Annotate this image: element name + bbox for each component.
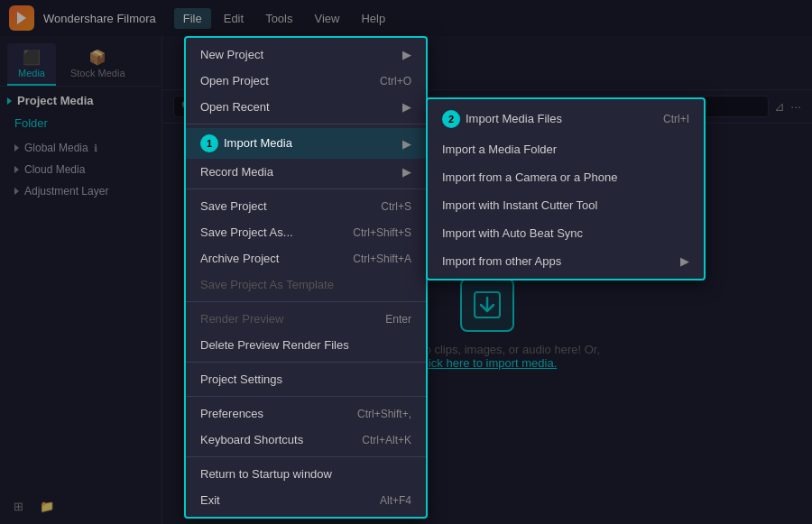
menu-delete-preview[interactable]: Delete Preview Render Files (186, 332, 426, 358)
tab-media[interactable]: ⬛ Media (7, 43, 56, 86)
import-media-files-shortcut: Ctrl+I (663, 113, 689, 125)
import-media-files[interactable]: 2Import Media Files Ctrl+I (428, 103, 704, 135)
project-settings-label: Project Settings (200, 372, 282, 386)
sep2 (186, 188, 426, 189)
sidebar-tabs: ⬛ Media 📦 Stock Media (0, 36, 161, 87)
import-cutter-label: Import with Instant Cutter Tool (442, 198, 597, 212)
keyboard-shortcuts-label: Keyboard Shortcuts (200, 433, 303, 446)
open-recent-arrow: ▶ (402, 100, 411, 114)
preferences-shortcut: Ctrl+Shift+, (357, 408, 411, 420)
open-project-label: Open Project (200, 74, 269, 87)
import-media-label: 1Import Media (200, 134, 292, 152)
info-icon: ℹ (94, 142, 97, 154)
menu-save-as-template: Save Project As Template (186, 271, 426, 298)
collapse-triangle (7, 97, 12, 105)
menu-record-media[interactable]: Record Media ▶ (186, 159, 426, 185)
menu-save-project[interactable]: Save Project Ctrl+S (186, 193, 426, 219)
preferences-label: Preferences (200, 407, 263, 420)
tree-item-cloud-media[interactable]: Cloud Media (7, 159, 154, 180)
menu-keyboard-shortcuts[interactable]: Keyboard Shortcuts Ctrl+Alt+K (186, 427, 426, 453)
sidebar-bottom: ⊞ 📁 (0, 488, 161, 524)
import-icon-box (460, 278, 514, 332)
menu-import-media[interactable]: 1Import Media ▶ (186, 128, 426, 159)
menu-project-settings[interactable]: Project Settings (186, 366, 426, 392)
record-media-label: Record Media (200, 165, 273, 179)
import-beat-sync[interactable]: Import with Auto Beat Sync (428, 219, 704, 247)
project-media-title: Project Media (17, 94, 94, 107)
menu-preferences[interactable]: Preferences Ctrl+Shift+, (186, 400, 426, 427)
record-media-arrow: ▶ (402, 165, 411, 179)
app-logo (9, 5, 34, 31)
save-project-shortcut: Ctrl+S (381, 200, 411, 213)
menu-return-startup[interactable]: Return to Startup window (186, 461, 426, 487)
tab-stock-media[interactable]: 📦 Stock Media (60, 43, 136, 86)
import-media-files-label: 2Import Media Files (442, 110, 562, 128)
menu-view[interactable]: View (305, 8, 348, 29)
media-icon: ⬛ (23, 49, 41, 66)
menu-new-project[interactable]: New Project ▶ (186, 41, 426, 68)
import-other-apps-label: Import from other Apps (442, 254, 561, 268)
menu-file[interactable]: File (174, 8, 211, 29)
new-folder-btn[interactable]: ⊞ (7, 495, 29, 517)
import-beat-sync-label: Import with Auto Beat Sync (442, 226, 583, 240)
more-options-icon[interactable]: ··· (790, 99, 801, 114)
tree-arrow-icon2 (14, 166, 19, 173)
save-as-template-label: Save Project As Template (200, 278, 334, 291)
render-preview-shortcut: Enter (385, 313, 411, 326)
menu-exit[interactable]: Exit Alt+F4 (186, 487, 426, 513)
archive-project-shortcut: Ctrl+Shift+A (353, 253, 411, 265)
step-badge-1: 1 (200, 134, 218, 152)
import-media-folder[interactable]: Import a Media Folder (428, 135, 704, 163)
project-media-header: Project Media (7, 94, 154, 107)
tree-item-adjustment[interactable]: Adjustment Layer (7, 180, 154, 202)
delete-preview-label: Delete Preview Render Files (200, 338, 349, 352)
sep3 (186, 301, 426, 302)
import-camera-phone[interactable]: Import from a Camera or a Phone (428, 163, 704, 191)
open-project-shortcut: Ctrl+O (380, 75, 411, 87)
import-link[interactable]: Click here to import media. (418, 356, 558, 370)
tab-stock-label: Stock Media (70, 68, 125, 78)
import-other-apps[interactable]: Import from other Apps ▶ (428, 247, 704, 275)
stock-media-icon: 📦 (88, 49, 106, 66)
exit-shortcut: Alt+F4 (380, 494, 411, 507)
sep5 (186, 396, 426, 397)
import-folder-btn[interactable]: 📁 (36, 495, 58, 517)
import-media-arrow: ▶ (402, 137, 411, 151)
folder-label: Folder (7, 116, 154, 130)
menu-edit[interactable]: Edit (215, 8, 253, 29)
tree-item-global-media[interactable]: Global Media ℹ (7, 137, 154, 159)
menu-tools[interactable]: Tools (256, 8, 301, 29)
import-camera-phone-label: Import from a Camera or a Phone (442, 170, 617, 184)
global-media-label: Global Media (24, 142, 88, 154)
import-other-apps-arrow: ▶ (680, 254, 689, 268)
exit-label: Exit (200, 493, 220, 507)
sidebar-content: Project Media Folder Global Media ℹ Clou… (0, 87, 161, 488)
menu-archive-project[interactable]: Archive Project Ctrl+Shift+A (186, 245, 426, 271)
import-cutter[interactable]: Import with Instant Cutter Tool (428, 191, 704, 219)
tree-arrow-icon (14, 144, 19, 152)
new-project-arrow: ▶ (402, 48, 411, 61)
menu-open-recent[interactable]: Open Recent ▶ (186, 94, 426, 120)
svg-marker-0 (17, 12, 26, 24)
menu-help[interactable]: Help (352, 8, 394, 29)
menu-open-project[interactable]: Open Project Ctrl+O (186, 68, 426, 94)
save-project-label: Save Project (200, 199, 267, 213)
tree-arrow-icon3 (14, 188, 19, 195)
sep1 (186, 124, 426, 124)
render-preview-label: Render Preview (200, 312, 284, 326)
step-badge-2: 2 (442, 110, 460, 128)
file-menu: New Project ▶ Open Project Ctrl+O Open R… (184, 36, 428, 519)
menu-render-preview: Render Preview Enter (186, 306, 426, 332)
archive-project-label: Archive Project (200, 252, 279, 265)
menu-bar: File Edit Tools View Help (174, 8, 394, 29)
tab-media-label: Media (18, 68, 45, 78)
filter-icon[interactable]: ⊿ (774, 99, 785, 114)
sidebar: ⬛ Media 📦 Stock Media Project Media Fold… (0, 36, 162, 524)
adjustment-layer-label: Adjustment Layer (24, 185, 108, 198)
menu-save-project-as[interactable]: Save Project As... Ctrl+Shift+S (186, 219, 426, 245)
save-project-as-label: Save Project As... (200, 225, 293, 239)
titlebar: Wondershare Filmora File Edit Tools View… (0, 0, 812, 36)
return-startup-label: Return to Startup window (200, 467, 332, 481)
app-name: Wondershare Filmora (43, 12, 156, 25)
sep6 (186, 456, 426, 457)
